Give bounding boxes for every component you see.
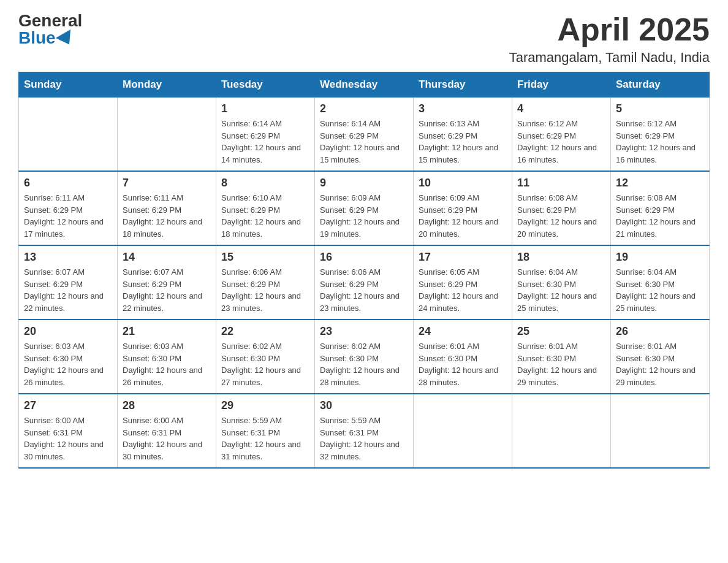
day-info: Sunrise: 6:01 AMSunset: 6:30 PMDaylight:…: [517, 340, 605, 388]
calendar-subtitle: Taramangalam, Tamil Nadu, India: [509, 50, 710, 66]
calendar-table: SundayMondayTuesdayWednesdayThursdayFrid…: [18, 72, 710, 469]
day-info: Sunrise: 6:08 AMSunset: 6:29 PMDaylight:…: [517, 192, 605, 240]
day-cell: 5Sunrise: 6:12 AMSunset: 6:29 PMDaylight…: [611, 98, 710, 172]
day-number: 21: [123, 325, 211, 338]
day-cell: 6Sunrise: 6:11 AMSunset: 6:29 PMDaylight…: [19, 171, 118, 245]
day-cell: 30Sunrise: 5:59 AMSunset: 6:31 PMDayligh…: [315, 394, 414, 468]
day-number: 25: [517, 325, 605, 338]
day-info: Sunrise: 6:06 AMSunset: 6:29 PMDaylight:…: [221, 266, 309, 314]
day-cell: 16Sunrise: 6:06 AMSunset: 6:29 PMDayligh…: [315, 245, 414, 320]
col-header-wednesday: Wednesday: [315, 72, 414, 98]
day-info: Sunrise: 6:09 AMSunset: 6:29 PMDaylight:…: [419, 192, 507, 240]
day-info: Sunrise: 6:04 AMSunset: 6:30 PMDaylight:…: [517, 266, 605, 314]
day-cell: 7Sunrise: 6:11 AMSunset: 6:29 PMDaylight…: [118, 171, 216, 245]
day-info: Sunrise: 6:03 AMSunset: 6:30 PMDaylight:…: [24, 340, 112, 388]
day-cell: 4Sunrise: 6:12 AMSunset: 6:29 PMDaylight…: [512, 98, 611, 172]
day-info: Sunrise: 6:14 AMSunset: 6:29 PMDaylight:…: [320, 118, 408, 166]
day-number: 16: [320, 251, 408, 264]
week-row-1: 1Sunrise: 6:14 AMSunset: 6:29 PMDaylight…: [19, 98, 710, 172]
day-cell: 24Sunrise: 6:01 AMSunset: 6:30 PMDayligh…: [414, 320, 512, 394]
day-number: 2: [320, 102, 408, 115]
day-info: Sunrise: 5:59 AMSunset: 6:31 PMDaylight:…: [221, 415, 309, 462]
day-number: 24: [419, 325, 507, 338]
day-info: Sunrise: 6:04 AMSunset: 6:30 PMDaylight:…: [616, 266, 704, 314]
week-row-2: 6Sunrise: 6:11 AMSunset: 6:29 PMDaylight…: [19, 171, 710, 245]
day-number: 29: [221, 399, 309, 412]
calendar-header: SundayMondayTuesdayWednesdayThursdayFrid…: [19, 72, 710, 98]
logo-triangle-icon: [56, 29, 77, 48]
day-number: 28: [123, 399, 211, 412]
day-info: Sunrise: 6:02 AMSunset: 6:30 PMDaylight:…: [320, 340, 408, 388]
day-number: 26: [616, 325, 704, 338]
day-number: 3: [419, 102, 507, 115]
day-info: Sunrise: 6:00 AMSunset: 6:31 PMDaylight:…: [123, 415, 211, 462]
day-cell: 14Sunrise: 6:07 AMSunset: 6:29 PMDayligh…: [118, 245, 216, 320]
day-cell: [118, 98, 216, 172]
day-cell: 2Sunrise: 6:14 AMSunset: 6:29 PMDaylight…: [315, 98, 414, 172]
day-cell: 1Sunrise: 6:14 AMSunset: 6:29 PMDaylight…: [216, 98, 315, 172]
day-info: Sunrise: 6:10 AMSunset: 6:29 PMDaylight:…: [221, 192, 309, 240]
day-cell: 9Sunrise: 6:09 AMSunset: 6:29 PMDaylight…: [315, 171, 414, 245]
logo-general-text: General: [18, 12, 82, 29]
week-row-5: 27Sunrise: 6:00 AMSunset: 6:31 PMDayligh…: [19, 394, 710, 468]
header-row: SundayMondayTuesdayWednesdayThursdayFrid…: [19, 72, 710, 98]
day-info: Sunrise: 6:00 AMSunset: 6:31 PMDaylight:…: [24, 415, 112, 462]
day-cell: 10Sunrise: 6:09 AMSunset: 6:29 PMDayligh…: [414, 171, 512, 245]
col-header-monday: Monday: [118, 72, 216, 98]
day-number: 8: [221, 177, 309, 190]
day-cell: [512, 394, 611, 468]
day-number: 1: [221, 102, 309, 115]
calendar-body: 1Sunrise: 6:14 AMSunset: 6:29 PMDaylight…: [19, 98, 710, 469]
logo: General Blue: [18, 12, 82, 47]
day-number: 10: [419, 177, 507, 190]
day-cell: 12Sunrise: 6:08 AMSunset: 6:29 PMDayligh…: [611, 171, 710, 245]
day-number: 23: [320, 325, 408, 338]
day-info: Sunrise: 5:59 AMSunset: 6:31 PMDaylight:…: [320, 415, 408, 462]
day-cell: 15Sunrise: 6:06 AMSunset: 6:29 PMDayligh…: [216, 245, 315, 320]
day-cell: 17Sunrise: 6:05 AMSunset: 6:29 PMDayligh…: [414, 245, 512, 320]
day-number: 4: [517, 102, 605, 115]
day-number: 18: [517, 251, 605, 264]
day-info: Sunrise: 6:14 AMSunset: 6:29 PMDaylight:…: [221, 118, 309, 166]
day-number: 12: [616, 177, 704, 190]
day-info: Sunrise: 6:08 AMSunset: 6:29 PMDaylight:…: [616, 192, 704, 240]
day-info: Sunrise: 6:09 AMSunset: 6:29 PMDaylight:…: [320, 192, 408, 240]
day-info: Sunrise: 6:03 AMSunset: 6:30 PMDaylight:…: [123, 340, 211, 388]
title-block: April 2025 Taramangalam, Tamil Nadu, Ind…: [509, 12, 710, 66]
day-cell: 21Sunrise: 6:03 AMSunset: 6:30 PMDayligh…: [118, 320, 216, 394]
day-number: 11: [517, 177, 605, 190]
col-header-tuesday: Tuesday: [216, 72, 315, 98]
day-cell: [414, 394, 512, 468]
week-row-4: 20Sunrise: 6:03 AMSunset: 6:30 PMDayligh…: [19, 320, 710, 394]
page-header: General Blue April 2025 Taramangalam, Ta…: [18, 12, 710, 66]
day-number: 17: [419, 251, 507, 264]
day-info: Sunrise: 6:06 AMSunset: 6:29 PMDaylight:…: [320, 266, 408, 314]
day-cell: 13Sunrise: 6:07 AMSunset: 6:29 PMDayligh…: [19, 245, 118, 320]
day-number: 19: [616, 251, 704, 264]
day-number: 9: [320, 177, 408, 190]
day-cell: 20Sunrise: 6:03 AMSunset: 6:30 PMDayligh…: [19, 320, 118, 394]
day-info: Sunrise: 6:13 AMSunset: 6:29 PMDaylight:…: [419, 118, 507, 166]
logo-blue-text: Blue: [18, 29, 74, 47]
day-number: 7: [123, 177, 211, 190]
day-cell: 19Sunrise: 6:04 AMSunset: 6:30 PMDayligh…: [611, 245, 710, 320]
day-info: Sunrise: 6:12 AMSunset: 6:29 PMDaylight:…: [616, 118, 704, 166]
day-cell: 3Sunrise: 6:13 AMSunset: 6:29 PMDaylight…: [414, 98, 512, 172]
week-row-3: 13Sunrise: 6:07 AMSunset: 6:29 PMDayligh…: [19, 245, 710, 320]
day-cell: 18Sunrise: 6:04 AMSunset: 6:30 PMDayligh…: [512, 245, 611, 320]
day-info: Sunrise: 6:11 AMSunset: 6:29 PMDaylight:…: [123, 192, 211, 240]
day-cell: 26Sunrise: 6:01 AMSunset: 6:30 PMDayligh…: [611, 320, 710, 394]
day-number: 5: [616, 102, 704, 115]
day-info: Sunrise: 6:07 AMSunset: 6:29 PMDaylight:…: [24, 266, 112, 314]
calendar-title: April 2025: [509, 12, 710, 47]
day-cell: 25Sunrise: 6:01 AMSunset: 6:30 PMDayligh…: [512, 320, 611, 394]
day-number: 22: [221, 325, 309, 338]
day-cell: [611, 394, 710, 468]
day-cell: 22Sunrise: 6:02 AMSunset: 6:30 PMDayligh…: [216, 320, 315, 394]
day-cell: 29Sunrise: 5:59 AMSunset: 6:31 PMDayligh…: [216, 394, 315, 468]
day-number: 14: [123, 251, 211, 264]
day-cell: 27Sunrise: 6:00 AMSunset: 6:31 PMDayligh…: [19, 394, 118, 468]
day-number: 27: [24, 399, 112, 412]
day-info: Sunrise: 6:12 AMSunset: 6:29 PMDaylight:…: [517, 118, 605, 166]
day-number: 20: [24, 325, 112, 338]
